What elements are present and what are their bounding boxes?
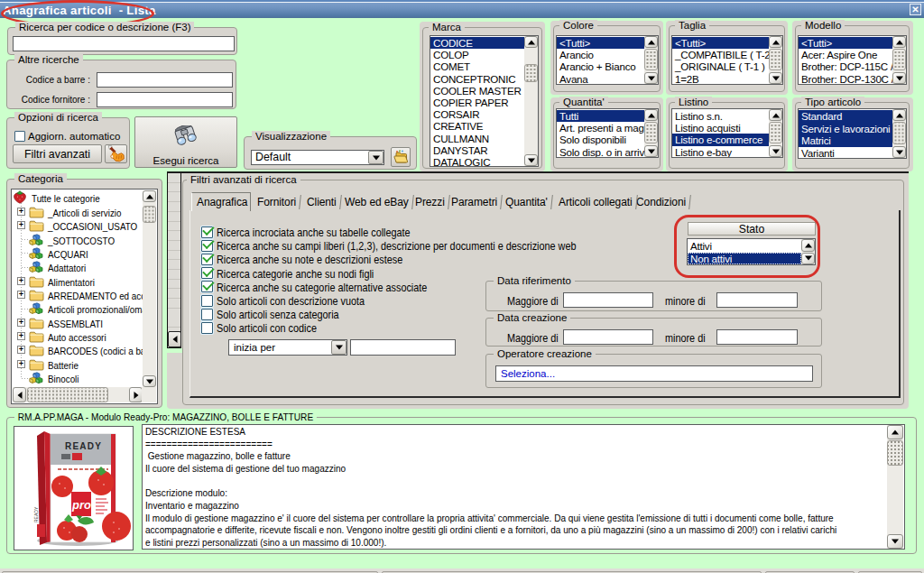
svg-text:pro: pro: [71, 498, 91, 512]
svg-text:READY: READY: [65, 441, 102, 451]
svg-text:READY: READY: [33, 506, 39, 522]
